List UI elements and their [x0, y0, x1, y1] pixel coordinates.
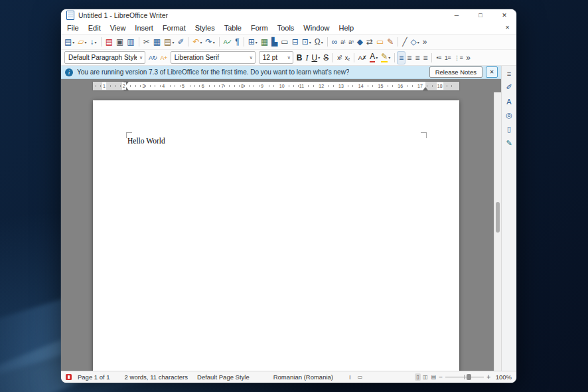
styles-tab[interactable]: A: [504, 96, 515, 107]
menu-file[interactable]: File: [62, 23, 84, 33]
menu-tools[interactable]: Tools: [273, 23, 299, 33]
spelling-button[interactable]: A✓: [222, 36, 234, 48]
page-tab[interactable]: ▯: [504, 124, 515, 135]
font-size-select[interactable]: 12 pt ∨: [259, 51, 293, 64]
export-pdf-button[interactable]: ▤: [104, 36, 114, 48]
update-style-button[interactable]: A↻: [147, 52, 159, 64]
paragraph-style-select[interactable]: Default Paragraph Style ∨: [64, 51, 145, 64]
align-left-button[interactable]: ≡: [398, 52, 405, 64]
insert-table-dropdown-icon[interactable]: ▾: [256, 40, 257, 45]
single-page-view-icon[interactable]: ▯: [415, 373, 421, 381]
zoom-out-icon[interactable]: −: [437, 373, 444, 381]
close-document-icon[interactable]: ✕: [501, 25, 514, 31]
undo-button[interactable]: ↶▾: [191, 36, 203, 48]
align-justified-button[interactable]: ≡: [421, 52, 429, 64]
print-button[interactable]: ▣: [115, 36, 125, 48]
insert-special-character-dropdown-icon[interactable]: ▾: [321, 40, 323, 45]
multi-page-view-icon[interactable]: ▯▯: [421, 373, 429, 381]
strikethrough-button[interactable]: S: [322, 52, 330, 64]
font-size-dropdown-icon[interactable]: ∨: [285, 55, 291, 60]
font-name-select[interactable]: Liberation Serif ∨: [171, 51, 256, 64]
menu-form[interactable]: Form: [246, 23, 273, 33]
highlight-color-dropdown-icon[interactable]: ▾: [388, 55, 390, 60]
highlight-color-button[interactable]: ✎▾: [380, 52, 392, 64]
selection-mode-icon[interactable]: ▭: [358, 374, 363, 380]
menu-help[interactable]: Help: [334, 23, 358, 33]
page-style-status[interactable]: Default Page Style: [197, 373, 250, 381]
insert-line-button[interactable]: ╱: [401, 36, 408, 48]
release-notes-button[interactable]: Release Notes: [429, 66, 482, 78]
copy-button[interactable]: ▦: [152, 36, 162, 48]
italic-button[interactable]: I: [304, 52, 309, 64]
save-dropdown-icon[interactable]: ▾: [95, 40, 97, 45]
document-page[interactable]: Hello World: [93, 100, 459, 371]
document-canvas[interactable]: 123456789101112131415161718 Hello World: [61, 79, 501, 371]
insert-hyperlink-button[interactable]: ∞: [331, 36, 339, 48]
underline-dropdown-icon[interactable]: ▾: [318, 55, 320, 60]
new-document-button[interactable]: ▤▾: [63, 36, 76, 48]
insert-endnote-button[interactable]: aⁿ: [347, 36, 354, 48]
page-number-status[interactable]: Page 1 of 1: [78, 373, 110, 381]
ordered-list-button[interactable]: 1≡: [443, 52, 452, 64]
formatting-marks-button[interactable]: ¶: [234, 36, 240, 48]
insert-field-button[interactable]: ⊡▾: [301, 36, 313, 48]
menu-edit[interactable]: Edit: [84, 23, 106, 33]
cut-button[interactable]: ✂: [142, 36, 151, 48]
menu-styles[interactable]: Styles: [190, 23, 220, 33]
maximize-button[interactable]: □: [469, 9, 492, 21]
insert-mode-icon[interactable]: I: [349, 373, 351, 381]
menu-view[interactable]: View: [106, 23, 131, 33]
bold-button[interactable]: B: [295, 52, 304, 64]
insert-footnote-button[interactable]: a¹: [339, 36, 346, 48]
word-count-status[interactable]: 2 words, 11 characters: [125, 373, 188, 381]
basic-shapes-button[interactable]: ◇▾: [409, 36, 421, 48]
book-view-icon[interactable]: ▤: [429, 373, 438, 381]
insert-special-character-button[interactable]: Ω▾: [313, 36, 325, 48]
insert-page-break-button[interactable]: ⊟: [291, 36, 300, 48]
subscript-button[interactable]: x₂: [344, 52, 351, 64]
undo-dropdown-icon[interactable]: ▾: [200, 40, 202, 45]
underline-button[interactable]: U▾: [310, 52, 321, 64]
track-changes-button[interactable]: ✎: [386, 36, 395, 48]
insert-comment-button[interactable]: ▭: [375, 36, 385, 48]
font-name-dropdown-icon[interactable]: ∨: [247, 55, 253, 60]
save-button[interactable]: ↓▾: [89, 36, 98, 48]
toolbar-overflow-button[interactable]: »: [421, 36, 429, 48]
insert-chart-button[interactable]: ▙: [270, 36, 279, 48]
minimize-button[interactable]: ─: [445, 9, 469, 21]
unsaved-changes-icon[interactable]: [66, 374, 72, 380]
paste-button[interactable]: ▤▾: [163, 36, 175, 48]
scrollbar-thumb[interactable]: [496, 202, 500, 233]
insert-table-button[interactable]: ⊞▾: [247, 36, 259, 48]
menu-table[interactable]: Table: [220, 23, 246, 33]
navigator-tab[interactable]: ◎: [504, 110, 515, 121]
new-style-button[interactable]: A+: [159, 52, 169, 64]
basic-shapes-dropdown-icon[interactable]: ▾: [417, 40, 419, 45]
outline-list-button[interactable]: ⋮≡: [453, 52, 464, 64]
redo-button[interactable]: ↷▾: [204, 36, 216, 48]
clone-formatting-button[interactable]: ✐: [176, 36, 185, 48]
insert-image-button[interactable]: ▦: [259, 36, 269, 48]
open-file-button[interactable]: ▱▾: [76, 36, 88, 48]
style-inspector-tab[interactable]: ✎: [504, 138, 515, 149]
close-button[interactable]: ✕: [492, 9, 516, 21]
align-right-button[interactable]: ≡: [413, 52, 421, 64]
unordered-list-button[interactable]: •≡: [435, 52, 442, 64]
right-indent-marker[interactable]: [423, 87, 428, 90]
align-center-button[interactable]: ≡: [405, 52, 413, 64]
insert-bookmark-button[interactable]: ◆: [356, 36, 364, 48]
paragraph-style-dropdown-icon[interactable]: ∨: [137, 55, 143, 60]
menu-insert[interactable]: Insert: [130, 23, 158, 33]
zoom-slider-handle[interactable]: [467, 374, 471, 380]
insert-field-dropdown-icon[interactable]: ▾: [309, 40, 311, 45]
font-color-button[interactable]: A▾: [368, 52, 379, 64]
insert-text-box-button[interactable]: ▭: [279, 36, 289, 48]
zoom-slider[interactable]: [445, 373, 484, 381]
insert-cross-reference-button[interactable]: ⇄: [365, 36, 374, 48]
new-document-dropdown-icon[interactable]: ▾: [72, 40, 74, 45]
menu-format[interactable]: Format: [158, 23, 190, 33]
zoom-level[interactable]: 100%: [492, 373, 512, 381]
properties-tab[interactable]: ✐: [504, 82, 515, 93]
vertical-scrollbar[interactable]: [494, 92, 501, 371]
clear-formatting-button[interactable]: A✗: [357, 52, 368, 64]
